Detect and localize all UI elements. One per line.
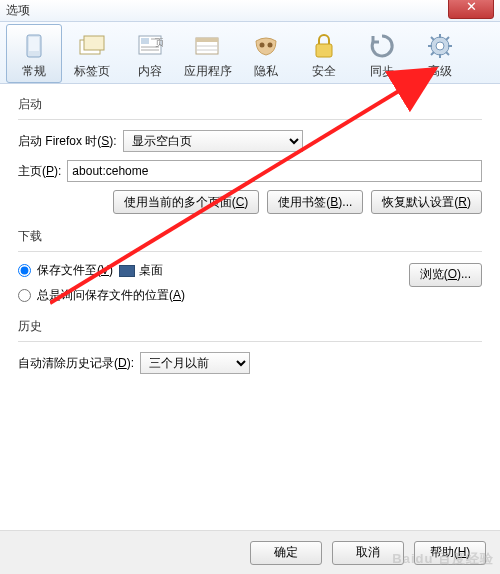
main-panel: 启动 启动 Firefox 时(S): 显示空白页 主页(P): 使用当前的多个… — [0, 84, 500, 374]
history-section: 历史 自动清除历史记录(D): 三个月以前 — [18, 318, 482, 374]
svg-text:页: 页 — [155, 37, 163, 48]
save-to-radio[interactable] — [18, 264, 31, 277]
svg-rect-1 — [29, 37, 39, 51]
tab-label: 内容 — [138, 63, 162, 80]
when-start-select[interactable]: 显示空白页 — [123, 130, 303, 152]
window-title: 选项 — [6, 2, 30, 19]
use-bookmark-button[interactable]: 使用书签(B)... — [267, 190, 363, 214]
divider — [18, 119, 482, 120]
tab-content[interactable]: 页 内容 — [122, 24, 178, 83]
svg-rect-3 — [84, 36, 104, 50]
divider — [18, 341, 482, 342]
always-ask-radio[interactable] — [18, 289, 31, 302]
tab-label: 常规 — [22, 63, 46, 80]
when-start-label: 启动 Firefox 时(S): — [18, 133, 117, 150]
category-toolbar: 常规 标签页 页 内容 应用程序 隐私 安全 同步 高级 — [0, 22, 500, 84]
always-ask-label: 总是询问保存文件的位置(A) — [37, 287, 185, 304]
use-current-pages-button[interactable]: 使用当前的多个页面(C) — [113, 190, 260, 214]
tab-label: 标签页 — [74, 63, 110, 80]
ok-button[interactable]: 确定 — [250, 541, 322, 565]
auto-clear-label: 自动清除历史记录(D): — [18, 355, 134, 372]
tab-applications[interactable]: 应用程序 — [180, 24, 236, 83]
section-title-startup: 启动 — [18, 96, 482, 113]
auto-clear-select[interactable]: 三个月以前 — [140, 352, 250, 374]
content-icon: 页 — [134, 31, 166, 61]
svg-line-24 — [446, 52, 449, 55]
tab-tabs[interactable]: 标签页 — [64, 24, 120, 83]
svg-rect-16 — [316, 44, 332, 57]
close-button[interactable]: ✕ — [448, 0, 494, 19]
svg-rect-11 — [196, 38, 218, 42]
svg-line-23 — [431, 37, 434, 40]
browse-button[interactable]: 浏览(O)... — [409, 263, 482, 287]
mask-icon — [250, 31, 282, 61]
tab-label: 高级 — [428, 63, 452, 80]
always-ask-radio-row[interactable]: 总是询问保存文件的位置(A) — [18, 287, 482, 304]
tab-advanced[interactable]: 高级 — [412, 24, 468, 83]
help-button[interactable]: 帮助(H) — [414, 541, 486, 565]
tab-privacy[interactable]: 隐私 — [238, 24, 294, 83]
svg-rect-5 — [141, 38, 149, 44]
save-to-radio-row[interactable]: 保存文件至(V) 桌面 — [18, 262, 163, 279]
restore-default-button[interactable]: 恢复默认设置(R) — [371, 190, 482, 214]
tab-general[interactable]: 常规 — [6, 24, 62, 83]
tab-sync[interactable]: 同步 — [354, 24, 410, 83]
section-title-history: 历史 — [18, 318, 482, 335]
lock-icon — [308, 31, 340, 61]
dialog-footer: 确定 取消 帮助(H) — [0, 530, 500, 574]
homepage-input[interactable] — [67, 160, 482, 182]
section-title-download: 下载 — [18, 228, 482, 245]
tab-label: 隐私 — [254, 63, 278, 80]
svg-point-18 — [436, 42, 444, 50]
save-location: 桌面 — [139, 262, 163, 279]
gear-icon — [424, 31, 456, 61]
divider — [18, 251, 482, 252]
tab-label: 应用程序 — [184, 63, 232, 80]
svg-point-14 — [260, 43, 265, 48]
cancel-button[interactable]: 取消 — [332, 541, 404, 565]
tab-security[interactable]: 安全 — [296, 24, 352, 83]
download-section: 下载 保存文件至(V) 桌面 浏览(O)... 总是询问保存文件的位置(A) — [18, 228, 482, 304]
save-to-label: 保存文件至(V) — [37, 262, 113, 279]
tab-label: 安全 — [312, 63, 336, 80]
svg-line-26 — [446, 37, 449, 40]
svg-line-25 — [431, 52, 434, 55]
sync-icon — [366, 31, 398, 61]
svg-point-15 — [268, 43, 273, 48]
homepage-label: 主页(P): — [18, 163, 61, 180]
window-title-bar: 选项 ✕ — [0, 0, 500, 22]
desktop-icon — [119, 265, 135, 277]
tab-label: 同步 — [370, 63, 394, 80]
apps-icon — [192, 31, 224, 61]
general-icon — [18, 31, 50, 61]
startup-section: 启动 启动 Firefox 时(S): 显示空白页 主页(P): 使用当前的多个… — [18, 96, 482, 214]
tabs-icon — [76, 31, 108, 61]
